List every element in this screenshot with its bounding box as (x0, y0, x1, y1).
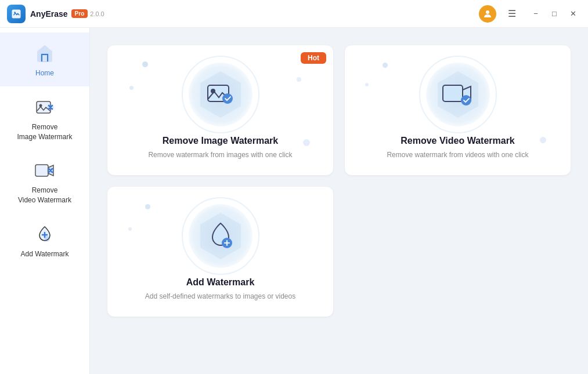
remove-video-icon (33, 159, 56, 182)
user-avatar[interactable] (479, 5, 496, 23)
svg-point-9 (44, 236, 50, 242)
svg-point-1 (14, 12, 16, 13)
sidebar-item-add-watermark-label: Add Watermark (21, 249, 69, 259)
minimize-button[interactable]: − (528, 6, 544, 22)
titlebar-controls: ☰ − □ ✕ (479, 5, 581, 23)
hex-bg (194, 210, 247, 262)
svg-point-6 (47, 104, 54, 111)
card-remove-image-desc: Remove watermark from images with one cl… (148, 151, 292, 159)
dot-decoration (540, 137, 546, 143)
maximize-button[interactable]: □ (546, 6, 562, 22)
dot-decoration (365, 83, 369, 86)
card-add-watermark[interactable]: Add Watermark Add self-defined watermark… (107, 187, 333, 317)
svg-point-8 (47, 167, 54, 174)
card-add-watermark-icon-area (189, 204, 252, 268)
dot-decoration (145, 204, 150, 209)
app-version: 2.0.0 (90, 10, 104, 17)
bottom-cards-row: Add Watermark Add self-defined watermark… (107, 187, 571, 317)
svg-marker-14 (438, 71, 478, 118)
titlebar: AnyErase Pro 2.0.0 ☰ − □ ✕ (0, 0, 588, 28)
sidebar-item-home[interactable]: Home (0, 32, 89, 86)
card-remove-video[interactable]: Remove Video Watermark Remove watermark … (345, 45, 571, 175)
sidebar-item-remove-video-label: RemoveVideo Watermark (18, 186, 71, 205)
dot-decoration (142, 61, 148, 67)
card-add-watermark-desc: Add self-defined watermarks to images or… (145, 292, 295, 300)
sidebar-item-home-label: Home (35, 68, 54, 78)
sidebar-item-remove-video[interactable]: RemoveVideo Watermark (0, 150, 89, 213)
add-watermark-icon (33, 223, 56, 246)
menu-icon[interactable]: ☰ (503, 5, 521, 23)
card-remove-video-desc: Remove watermark from videos with one cl… (387, 151, 528, 159)
dot-decoration (303, 139, 310, 146)
sidebar-item-remove-image-label: RemoveImage Watermark (17, 122, 73, 142)
remove-image-icon (33, 96, 56, 119)
card-remove-video-title: Remove Video Watermark (401, 136, 515, 146)
hot-badge: Hot (301, 52, 326, 64)
svg-rect-3 (41, 54, 48, 61)
hex-bg (194, 68, 247, 121)
card-add-watermark-title: Add Watermark (186, 277, 255, 288)
card-remove-image[interactable]: Hot (107, 45, 333, 175)
app-name: AnyErase (30, 9, 68, 19)
app-logo (7, 5, 26, 23)
dot-decoration (297, 77, 301, 82)
sidebar-item-add-watermark[interactable]: Add Watermark (0, 213, 89, 267)
top-cards-row: Hot (107, 45, 571, 175)
pro-badge: Pro (71, 9, 88, 18)
dot-decoration (128, 227, 132, 231)
card-remove-video-icon-area (426, 63, 490, 126)
svg-marker-17 (200, 213, 241, 259)
content-area: Hot (90, 28, 588, 374)
svg-point-2 (486, 10, 489, 14)
svg-rect-7 (35, 165, 48, 176)
dot-decoration (129, 86, 134, 90)
hex-bg (432, 68, 484, 121)
svg-marker-10 (200, 71, 241, 118)
sidebar-item-remove-image[interactable]: RemoveImage Watermark (0, 86, 89, 150)
card-remove-image-icon-area (189, 63, 252, 126)
card-remove-image-title: Remove Image Watermark (163, 136, 279, 146)
dot-decoration (383, 63, 388, 68)
sidebar: Home RemoveImage Watermark (0, 28, 90, 374)
main-layout: Home RemoveImage Watermark (0, 28, 588, 374)
home-icon (33, 42, 56, 65)
close-button[interactable]: ✕ (565, 6, 581, 22)
